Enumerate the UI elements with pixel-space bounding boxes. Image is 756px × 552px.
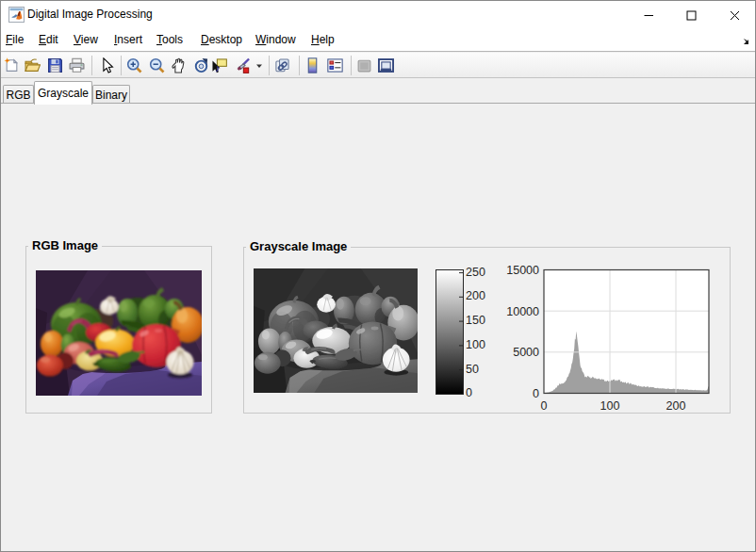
svg-text:10000: 10000 xyxy=(506,305,539,318)
svg-text:0: 0 xyxy=(533,387,539,400)
svg-text:15000: 15000 xyxy=(506,264,539,277)
svg-text:200: 200 xyxy=(666,399,686,413)
svg-text:100: 100 xyxy=(600,399,620,413)
svg-text:0: 0 xyxy=(541,399,548,413)
svg-text:5000: 5000 xyxy=(513,346,539,359)
